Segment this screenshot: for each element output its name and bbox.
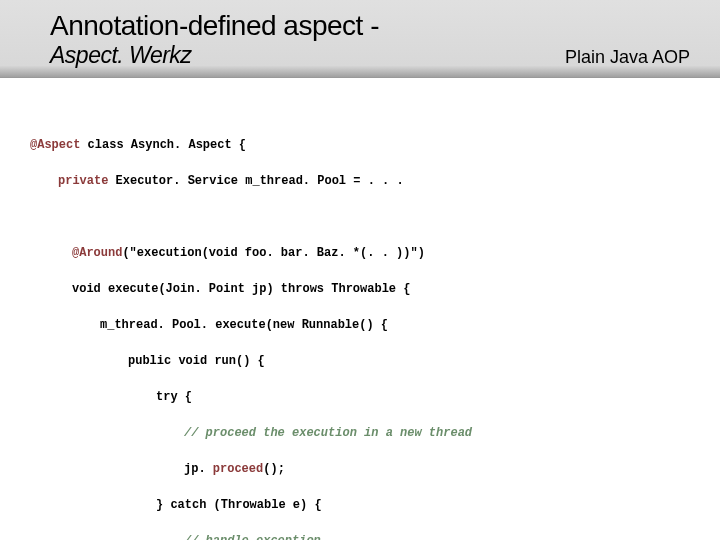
slide-header: Annotation-defined aspect - Aspect. Werk… [0, 0, 720, 78]
code-text: jp. [184, 462, 213, 476]
keyword-private: private [58, 174, 108, 188]
subtitle-row: Aspect. Werkz Plain Java AOP [50, 42, 720, 69]
keyword-around: @Around [72, 246, 122, 260]
comment: // proceed the execution in a new thread [184, 426, 472, 440]
comment: // handle exception [184, 534, 321, 540]
slide-tagline: Plain Java AOP [565, 47, 690, 68]
slide-title: Annotation-defined aspect - [50, 10, 720, 42]
code-block: @Aspect class Asynch. Aspect { private E… [0, 78, 720, 540]
code-line: jp. proceed(); [30, 460, 690, 478]
keyword-proceed: proceed [213, 462, 263, 476]
code-line: // handle exception [30, 532, 690, 540]
keyword-aspect: @Aspect [30, 138, 80, 152]
code-text: (); [263, 462, 285, 476]
code-text: ("execution(void foo. bar. Baz. *(. . ))… [122, 246, 424, 260]
code-text: Executor. Service m_thread. Pool = . . . [108, 174, 403, 188]
code-text: class Asynch. Aspect { [80, 138, 246, 152]
code-line: void execute(Join. Point jp) throws Thro… [30, 280, 690, 298]
code-line: @Aspect class Asynch. Aspect { [30, 136, 690, 154]
blank-line [30, 208, 690, 226]
code-line: @Around("execution(void foo. bar. Baz. *… [30, 244, 690, 262]
code-line: // proceed the execution in a new thread [30, 424, 690, 442]
code-line: private Executor. Service m_thread. Pool… [30, 172, 690, 190]
code-line: public void run() { [30, 352, 690, 370]
code-line: m_thread. Pool. execute(new Runnable() { [30, 316, 690, 334]
slide-subtitle: Aspect. Werkz [50, 42, 191, 69]
code-line: try { [30, 388, 690, 406]
code-line: } catch (Throwable e) { [30, 496, 690, 514]
